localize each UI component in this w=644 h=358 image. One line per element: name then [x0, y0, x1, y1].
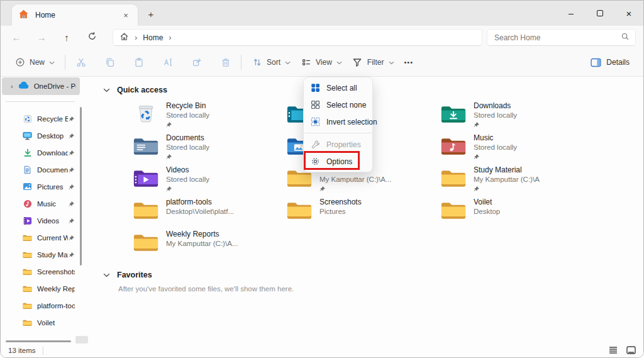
new-tab-button[interactable]: +: [143, 6, 159, 21]
rename-button[interactable]: [157, 53, 178, 72]
menu-item-options[interactable]: Options: [304, 153, 372, 170]
quick-access-title: Quick access: [117, 86, 167, 94]
tile-sublabel: My Kamputtar (C:)\A...: [166, 239, 238, 248]
up-button[interactable]: ↑: [57, 28, 76, 46]
copy-icon: [104, 57, 115, 68]
tile-weekly-reports[interactable]: Weekly Reports My Kamputtar (C:)\A...: [133, 228, 287, 260]
pin-icon: [319, 186, 391, 192]
tile-screenshots[interactable]: Screenshots Pictures: [287, 196, 441, 228]
tile-sublabel: Desktop\Voilet\platf...: [166, 207, 234, 216]
maximize-button[interactable]: [586, 1, 614, 26]
onedrive-cloud-icon: [18, 81, 29, 92]
details-view-toggle[interactable]: [608, 345, 618, 355]
tile-videos[interactable]: Videos Stored locally: [133, 164, 287, 196]
tile-downloads[interactable]: Downloads Stored locally: [441, 100, 595, 132]
funnel-icon: [352, 57, 363, 68]
share-button[interactable]: [186, 53, 207, 72]
folder-small-icon: [23, 250, 32, 259]
minimize-button[interactable]: –: [557, 1, 586, 26]
delete-button[interactable]: [215, 53, 236, 72]
tile-name: platform-tools: [166, 198, 234, 206]
trash-icon: [220, 57, 231, 68]
tile-name: Voilet: [474, 198, 500, 206]
tile-study-material[interactable]: Study Material My Kamputtar (C:)\A: [441, 164, 595, 196]
sidebar-item-recycle-bin[interactable]: Recycle Bin: [1, 110, 79, 127]
favorites-empty-text: After you've favorited some files, we'll…: [118, 285, 294, 293]
sidebar-item-label: Pictures: [37, 183, 68, 191]
tile-voilet[interactable]: Voilet Desktop: [441, 196, 595, 228]
sidebar-item-desktop[interactable]: Desktop: [1, 127, 79, 144]
refresh-button[interactable]: [82, 28, 101, 46]
sidebar-vertical-scrollbar[interactable]: [80, 107, 82, 266]
cut-button[interactable]: [70, 53, 91, 72]
sidebar-item-label: Downloads: [37, 149, 68, 157]
tile-sublabel: Stored locally: [166, 175, 209, 184]
large-thumbnails-toggle[interactable]: [626, 345, 636, 355]
tile-music[interactable]: Music Stored locally: [441, 132, 595, 164]
address-bar[interactable]: › Home ›: [113, 29, 482, 46]
view-button[interactable]: View: [296, 53, 347, 72]
tile-recycle-bin[interactable]: Recycle Bin Stored locally: [133, 100, 287, 132]
tile-platform-tools[interactable]: platform-tools Desktop\Voilet\platf...: [133, 196, 287, 228]
sidebar-item-current-work[interactable]: Current Work: [1, 229, 79, 246]
folder-icon: [133, 198, 158, 223]
favorites-header[interactable]: Favorites: [103, 271, 152, 279]
home-breadcrumb-icon: [119, 32, 129, 43]
back-button[interactable]: ←: [7, 28, 26, 46]
menu-item-label: Select none: [326, 101, 366, 109]
pictures-small-icon: [23, 182, 32, 191]
sidebar-horizontal-scrollbar[interactable]: [6, 340, 71, 342]
chevron-down-icon[interactable]: [103, 273, 110, 277]
see-more-button[interactable]: •••: [399, 55, 419, 70]
new-button[interactable]: New: [9, 53, 60, 72]
menu-item-select-none[interactable]: Select none: [304, 96, 372, 113]
sidebar-item-platform-tools[interactable]: platform-tools: [1, 297, 79, 314]
menu-item-select-all[interactable]: Select all: [304, 79, 372, 96]
tile-documents[interactable]: Documents Stored locally: [133, 132, 287, 164]
quick-access-header[interactable]: Quick access: [103, 86, 167, 94]
expand-chevron-icon[interactable]: ›: [11, 82, 13, 90]
tab-home[interactable]: Home ×: [12, 4, 138, 26]
paste-icon: [133, 57, 144, 68]
sidebar-item-weekly-reports[interactable]: Weekly Reports: [1, 280, 79, 297]
search-input[interactable]: [493, 33, 621, 43]
tile-name: Documents: [166, 133, 209, 142]
tile-name: Screenshots: [319, 198, 362, 206]
recycle-bin-small-icon: [23, 114, 32, 123]
chevron-down-icon: [49, 58, 55, 67]
chevron-down-icon: [285, 58, 291, 67]
paste-button[interactable]: [128, 53, 149, 72]
pin-icon: [166, 154, 209, 160]
documents-small-icon: [23, 165, 32, 174]
videos-small-icon: [23, 216, 32, 225]
forward-button[interactable]: →: [32, 28, 51, 46]
sidebar-item-screenshots[interactable]: Screenshots: [1, 263, 79, 280]
sort-button[interactable]: Sort: [247, 53, 296, 72]
sidebar-item-videos[interactable]: Videos: [1, 212, 79, 229]
sidebar-item-voilet[interactable]: Voilet: [1, 314, 79, 331]
tab-close-button[interactable]: ×: [120, 9, 131, 21]
chevron-down-icon[interactable]: [103, 88, 110, 92]
sidebar-item-pictures[interactable]: Pictures: [1, 178, 79, 195]
sidebar-pinned-list: Recycle Bin Desktop Downloads Documents …: [1, 110, 79, 331]
sidebar-item-study-materi[interactable]: Study Materi: [1, 246, 79, 263]
sidebar-item-onedrive[interactable]: › OneDrive - Pers: [2, 77, 80, 95]
filter-button[interactable]: Filter: [347, 53, 399, 72]
breadcrumb-item-home[interactable]: Home: [143, 33, 163, 42]
videos-folder-icon: [133, 165, 158, 191]
details-pane-button[interactable]: Details: [586, 53, 635, 72]
plus-circle-icon: [14, 57, 25, 68]
pin-icon: [68, 200, 75, 207]
sidebar-item-music[interactable]: Music: [1, 195, 79, 212]
menu-item-invert-selection[interactable]: Invert selection: [304, 113, 372, 130]
copy-button[interactable]: [99, 53, 120, 72]
sidebar-item-documents[interactable]: Documents: [1, 161, 79, 178]
sidebar-item-label: Desktop: [37, 132, 68, 140]
breadcrumb-chevron: ›: [135, 33, 137, 42]
close-button[interactable]: ×: [614, 1, 643, 26]
breadcrumb-chevron: ›: [169, 33, 171, 42]
details-label: Details: [606, 58, 630, 67]
sidebar-item-downloads[interactable]: Downloads: [1, 144, 79, 161]
search-box[interactable]: [487, 29, 636, 46]
music-folder-icon: [441, 133, 466, 159]
